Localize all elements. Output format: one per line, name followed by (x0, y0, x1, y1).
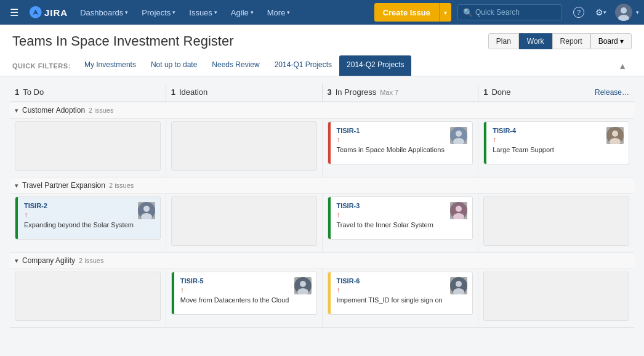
swimlane-customer-adoption-toggle[interactable]: ▾ (15, 107, 18, 115)
card-empty (483, 196, 629, 246)
card-priority-border (15, 197, 18, 239)
qf-my-investments[interactable]: My Investments (77, 55, 143, 76)
swimlane-travel-partner-count: 2 issues (109, 182, 134, 189)
card-tisir-4[interactable]: TISIR-4 ↑ Large Team Support (483, 121, 629, 164)
user-dropdown-arrow[interactable]: ▾ (636, 9, 639, 15)
qf-2014-q1[interactable]: 2014-Q1 Projects (267, 55, 339, 76)
swimlane-customer-adoption-name: Customer Adoption (22, 106, 85, 115)
card-tisir-3-avatar (450, 202, 467, 219)
card-tisir-2-id[interactable]: TISIR-2 (24, 202, 138, 209)
priority-up-icon: ↑ (180, 286, 184, 294)
jira-logo[interactable]: JIRA (25, 4, 73, 21)
col-done-name: Done (491, 87, 510, 97)
card-tisir-4-id[interactable]: TISIR-4 (493, 127, 606, 134)
priority-up-icon: ↑ (337, 211, 340, 219)
quick-search-box[interactable]: 🔍 (457, 4, 562, 20)
card-tisir-2-content: TISIR-2 ↑ Expanding beyond the Solar Sys… (20, 202, 138, 230)
card-empty (171, 196, 317, 246)
create-issue-button[interactable]: Create Issue (374, 3, 439, 22)
collapse-filters-icon[interactable]: ▲ (613, 59, 632, 73)
card-tisir-3-id[interactable]: TISIR-3 (337, 202, 451, 209)
svg-point-16 (300, 281, 306, 287)
card-tisir-1-avatar (450, 127, 467, 144)
card-tisir-5-id[interactable]: TISIR-5 (180, 277, 294, 285)
priority-up-icon: ↑ (24, 211, 28, 219)
swimlane-travel-partner: ▾ Travel Partner Expansion 2 issues TISI… (10, 177, 634, 253)
view-btn-work[interactable]: Work (519, 33, 552, 49)
swimlane-tp-col-done (478, 194, 634, 252)
card-tisir-6[interactable]: TISIR-6 ↑ Impement TIS_ID for single sig… (328, 272, 473, 315)
settings-icon: ⚙ (595, 7, 603, 17)
col-done-count: 1 (483, 87, 488, 97)
quick-filters: QUICK FILTERS: My Investments Not up to … (12, 55, 632, 76)
view-buttons: Plan Work Report Board ▾ (488, 33, 632, 49)
card-tisir-4-title: Large Team Support (493, 145, 606, 155)
card-tisir-6-priority: ↑ (337, 286, 451, 294)
card-empty (15, 272, 161, 321)
card-empty (171, 121, 317, 171)
nav-more[interactable]: More ▾ (261, 0, 297, 25)
swimlane-ca-col-ideation (166, 119, 323, 177)
card-priority-border (328, 272, 331, 314)
swimlane-company-agility-count: 2 issues (79, 257, 103, 264)
swimlane-ca2-col-inprogress: TISIR-6 ↑ Impement TIS_ID for single sig… (323, 269, 479, 327)
view-btn-report[interactable]: Report (552, 33, 590, 49)
card-tisir-3-title: Travel to the Inner Solar System (337, 220, 451, 230)
card-tisir-5-avatar (294, 277, 312, 294)
col-header-done: 1 Done Release… (478, 84, 634, 102)
view-btn-board[interactable]: Board ▾ (590, 33, 632, 49)
card-tisir-1-priority: ↑ (337, 136, 451, 144)
search-input[interactable] (475, 8, 555, 17)
col-todo-count: 1 (15, 87, 19, 97)
swimlane-company-agility-toggle[interactable]: ▾ (15, 257, 18, 265)
swimlane-travel-partner-header: ▾ Travel Partner Expansion 2 issues (10, 177, 634, 194)
swimlane-company-agility-name: Company Agility (22, 256, 75, 265)
swimlane-customer-adoption: ▾ Customer Adoption 2 issues TISIR-1 (10, 102, 634, 177)
help-button[interactable]: ? (568, 0, 589, 25)
create-issue-arrow-button[interactable]: ▾ (439, 3, 451, 22)
swimlane-company-agility: ▾ Company Agility 2 issues TISIR-5 ↑ Mo (10, 253, 634, 328)
card-tisir-6-id[interactable]: TISIR-6 (337, 277, 451, 285)
card-tisir-3-content: TISIR-3 ↑ Travel to the Inner Solar Syst… (333, 202, 451, 230)
nav-projects[interactable]: Projects ▾ (135, 0, 182, 25)
card-tisir-2-avatar (138, 202, 155, 219)
card-tisir-5-title: Move from Datacenters to the Cloud (180, 296, 294, 305)
priority-up-icon: ↑ (337, 286, 340, 294)
card-tisir-3[interactable]: TISIR-3 ↑ Travel to the Inner Solar Syst… (328, 196, 473, 240)
card-tisir-4-avatar (606, 127, 624, 144)
nav-agile[interactable]: Agile ▾ (225, 0, 260, 25)
card-tisir-3-priority: ↑ (337, 211, 451, 219)
qf-not-up-to-date[interactable]: Not up to date (143, 55, 204, 76)
nav-projects-arrow: ▾ (172, 9, 175, 15)
swimlane-travel-partner-toggle[interactable]: ▾ (15, 182, 18, 190)
svg-point-10 (143, 206, 150, 212)
qf-needs-review[interactable]: Needs Review (204, 55, 267, 76)
col-inprogress-count: 3 (328, 87, 332, 97)
user-avatar[interactable] (615, 4, 632, 21)
swimlane-customer-adoption-count: 2 issues (89, 107, 113, 114)
swimlane-tp-col-inprogress: TISIR-3 ↑ Travel to the Inner Solar Syst… (323, 194, 479, 252)
card-tisir-5[interactable]: TISIR-5 ↑ Move from Datacenters to the C… (171, 272, 317, 315)
swimlane-ca-col-inprogress: TISIR-1 ↑ Teams in Space Mobile Applicat… (323, 119, 479, 177)
card-tisir-2-priority: ↑ (24, 211, 138, 219)
card-tisir-1-id[interactable]: TISIR-1 (337, 127, 451, 134)
view-btn-plan[interactable]: Plan (488, 33, 519, 49)
qf-2014-q2[interactable]: 2014-Q2 Projects (339, 55, 411, 76)
nav-agile-arrow: ▾ (251, 9, 254, 15)
card-tisir-1-content: TISIR-1 ↑ Teams in Space Mobile Applicat… (333, 127, 451, 155)
swimlane-ca-col-done: TISIR-4 ↑ Large Team Support (478, 119, 634, 177)
nav-dashboards-arrow: ▾ (125, 9, 128, 15)
col-done-action[interactable]: Release… (595, 88, 629, 97)
jira-logo-icon (30, 6, 42, 18)
nav-dashboards-label: Dashboards (80, 8, 123, 17)
col-header-ideation: 1 Ideation (166, 84, 323, 102)
nav-agile-label: Agile (231, 8, 249, 17)
settings-button[interactable]: ⚙ ▾ (590, 0, 611, 25)
nav-dashboards[interactable]: Dashboards ▾ (74, 0, 134, 25)
swimlane-tp-col-ideation (166, 194, 323, 252)
swimlane-tp-col-todo: TISIR-2 ↑ Expanding beyond the Solar Sys… (10, 194, 166, 252)
card-tisir-1[interactable]: TISIR-1 ↑ Teams in Space Mobile Applicat… (328, 121, 473, 164)
nav-issues[interactable]: Issues ▾ (183, 0, 223, 25)
card-tisir-2[interactable]: TISIR-2 ↑ Expanding beyond the Solar Sys… (15, 196, 161, 240)
hamburger-menu-icon[interactable]: ☰ (5, 4, 23, 21)
